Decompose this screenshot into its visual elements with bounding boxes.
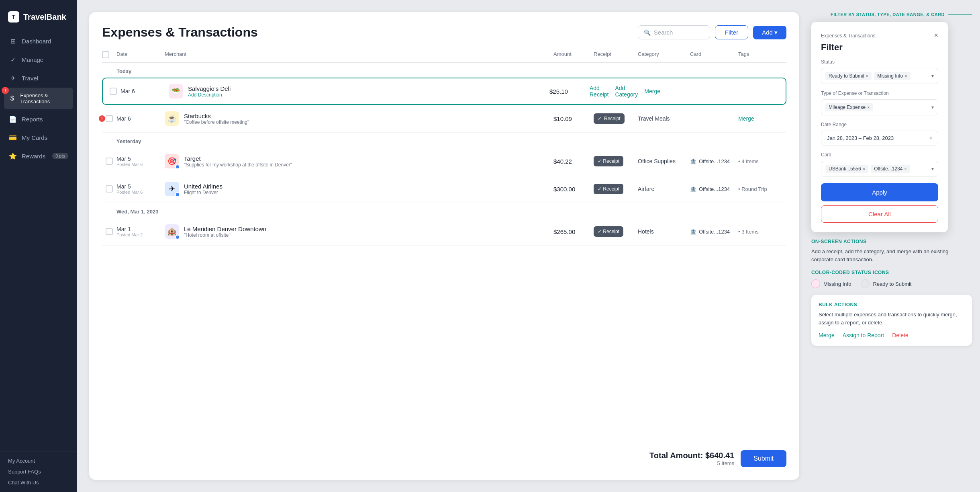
row5-checkbox[interactable] <box>106 228 113 235</box>
row3-checkbox[interactable] <box>106 158 113 165</box>
add-button[interactable]: Add ▾ <box>753 26 786 39</box>
footer-chat[interactable]: Chat With Us <box>8 480 69 486</box>
date-range-value: Jan 28, 2023 – Feb 28, 2023 <box>827 135 894 141</box>
sync-dot <box>175 235 180 240</box>
filter-status-tags[interactable]: Ready to Submit × Missing Info × ▾ <box>821 68 938 84</box>
bulk-merge-link[interactable]: Merge <box>819 332 835 338</box>
section-yesterday: Yesterday <box>102 133 786 148</box>
header-card: Card <box>690 51 738 58</box>
row1-merchant-cell: 🥗 Salvaggio's Deli Add Description <box>169 84 549 98</box>
sync-dot <box>175 164 180 169</box>
row1-merchant-name: Salvaggio's Deli <box>188 85 231 92</box>
sidebar-item-travel[interactable]: ✈ Travel <box>4 69 73 87</box>
row1-add-receipt[interactable]: Add Receipt <box>590 85 608 98</box>
row2-checkbox[interactable] <box>106 115 113 122</box>
tag-usbank-remove[interactable]: × <box>863 166 865 171</box>
row1-add-description[interactable]: Add Description <box>188 92 231 98</box>
filter-button[interactable]: Filter <box>715 25 748 39</box>
row3-merchant-cell: 🎯 Target "Supplies for my workshop at th… <box>165 154 553 168</box>
right-side-panel: FILTER BY STATUS, TYPE, DATE RANGE, & CA… <box>811 0 980 492</box>
table-row: Mar 6 🥗 Salvaggio's Deli Add Description… <box>102 78 786 105</box>
row4-receipt-cell: ✓ Receipt <box>594 184 638 194</box>
bulk-actions-section: BULK ACTIONS Select multiple expenses an… <box>811 295 972 346</box>
type-dropdown-arrow: ▾ <box>931 105 934 110</box>
sidebar-item-reports[interactable]: 📄 Reports <box>4 110 73 128</box>
filter-tag-usbank: USBank...5556 × <box>825 165 868 173</box>
bulk-assign-link[interactable]: Assign to Report <box>843 332 884 338</box>
card-icon: 🏦 <box>690 229 696 235</box>
select-all-checkbox[interactable] <box>102 51 109 58</box>
row5-merchant-sub: "Hotel room at offsite" <box>184 232 266 238</box>
row1-add-category[interactable]: Add Category <box>615 85 638 98</box>
apply-button[interactable]: Apply <box>821 183 938 201</box>
filter-type-section: Type of Expense or Transaction Mileage E… <box>821 90 938 115</box>
search-icon: 🔍 <box>644 29 651 36</box>
submit-button[interactable]: Submit <box>741 450 786 467</box>
filter-close-button[interactable]: × <box>934 31 938 40</box>
on-screen-actions-section: ON-SCREEN ACTIONS Add a receipt, add the… <box>811 239 972 263</box>
on-screen-actions-text: Add a receipt, add the category, and mer… <box>811 248 972 263</box>
row4-receipt-btn[interactable]: ✓ Receipt <box>594 184 623 194</box>
tag-ready-label: Ready to Submit <box>829 73 864 79</box>
sidebar-item-rewards[interactable]: ⭐ Rewards 0 pts <box>4 147 73 165</box>
tag-missing-label: Missing Info <box>877 73 903 79</box>
sync-dot <box>175 192 180 197</box>
filter-type-label: Type of Expense or Transaction <box>821 90 938 96</box>
missing-info-label: Missing Info <box>823 281 851 287</box>
bulk-delete-link[interactable]: Delete <box>892 332 908 338</box>
sidebar-logo[interactable]: T TravelBank <box>0 0 77 32</box>
row1-checkbox[interactable] <box>110 88 117 95</box>
date-clear-icon[interactable]: × <box>929 135 932 141</box>
tag-missing-remove[interactable]: × <box>904 74 907 78</box>
row5-amount: $265.00 <box>553 228 594 235</box>
row5-receipt-btn[interactable]: ✓ Receipt <box>594 226 623 237</box>
filter-status-section: Status Ready to Submit × Missing Info × … <box>821 59 938 84</box>
row2-receipt-cell: ✓ Receipt <box>594 113 638 124</box>
footer-my-account[interactable]: My Account <box>8 458 69 464</box>
table-row: ! Mar 6 ☕ Starbucks "Coffee before offsi… <box>102 105 786 133</box>
sidebar-item-dashboard[interactable]: ⊞ Dashboard <box>4 32 73 50</box>
section-today: Today <box>102 63 786 78</box>
travel-icon: ✈ <box>9 74 17 82</box>
row2-tags: Merge <box>738 115 786 122</box>
table-row: Mar 5 Posted Mar 6 🎯 Target "Supplies fo… <box>102 148 786 175</box>
tag-offsite-remove[interactable]: × <box>904 166 906 171</box>
table-header: Date Merchant Amount Receipt Category Ca… <box>102 51 786 63</box>
sidebar-item-manage[interactable]: ✓ Manage <box>4 51 73 68</box>
sidebar-item-mycards[interactable]: 💳 My Cards <box>4 129 73 146</box>
filter-tag-offsite: Offsite...1234 × <box>871 165 910 173</box>
row3-receipt-btn[interactable]: ✓ Receipt <box>594 156 623 166</box>
clear-all-button[interactable]: Clear All <box>821 205 938 223</box>
rewards-icon: ⭐ <box>9 152 17 160</box>
row2-merge[interactable]: Merge <box>738 115 754 122</box>
filter-type-tags[interactable]: Mileage Expense × ▾ <box>821 99 938 115</box>
row3-tags: • 4 Items <box>738 158 786 164</box>
footer-support[interactable]: Support FAQs <box>8 469 69 475</box>
mycards-icon: 💳 <box>9 133 17 141</box>
row5-merchant-icon: 🏨 <box>165 224 179 239</box>
row2-merchant-info: Starbucks "Coffee before offsite meeting… <box>184 113 249 125</box>
row3-merchant-name: Target <box>184 155 292 162</box>
row4-checkbox[interactable] <box>106 185 113 193</box>
filter-date-input[interactable]: Jan 28, 2023 – Feb 28, 2023 × <box>821 131 938 146</box>
filter-card-tags[interactable]: USBank...5556 × Offsite...1234 × ▾ <box>821 161 938 177</box>
status-dropdown-arrow: ▾ <box>931 73 934 79</box>
filter-panel-header: Expenses & Transactions × <box>821 31 938 40</box>
row2-merchant-sub: "Coffee before offsite meeting" <box>184 119 249 125</box>
sidebar-item-label: Manage <box>22 56 43 63</box>
expenses-icon: $ <box>9 94 15 102</box>
logo-text: TravelBank <box>23 12 66 22</box>
main-wrapper: Expenses & Transactions 🔍 Search Filter … <box>77 0 980 492</box>
tag-ready-remove[interactable]: × <box>866 74 868 78</box>
row2-date: Mar 6 <box>116 115 165 122</box>
row5-receipt-cell: ✓ Receipt <box>594 226 638 237</box>
sidebar-footer: My Account Support FAQs Chat With Us <box>0 451 77 492</box>
header-checkbox <box>102 51 116 58</box>
header-receipt: Receipt <box>594 51 638 58</box>
sidebar-item-expenses[interactable]: ! $ Expenses & Transactions <box>4 88 73 109</box>
row1-merge[interactable]: Merge <box>644 88 660 94</box>
search-box[interactable]: 🔍 Search <box>638 25 710 39</box>
color-coded-section: COLOR-CODED STATUS ICONS Missing Info Re… <box>811 270 972 288</box>
tag-mileage-remove[interactable]: × <box>867 105 870 110</box>
row2-receipt-btn[interactable]: ✓ Receipt <box>594 113 625 124</box>
